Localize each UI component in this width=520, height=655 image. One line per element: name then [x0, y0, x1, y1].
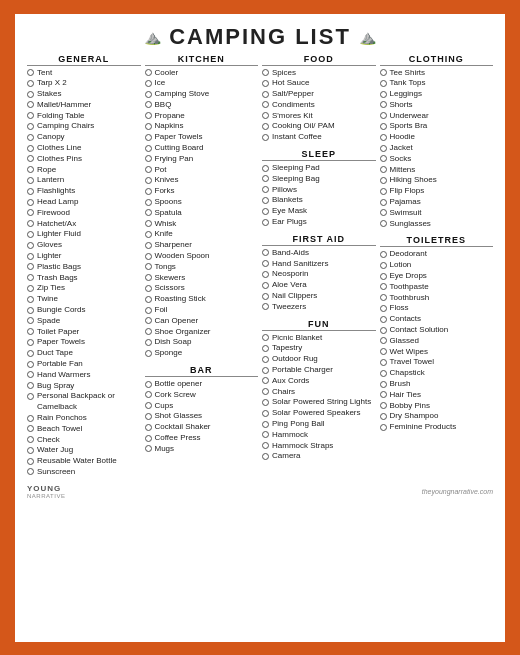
checkbox-circle[interactable]: [27, 199, 34, 206]
checkbox-circle[interactable]: [27, 101, 34, 108]
checkbox-circle[interactable]: [145, 445, 152, 452]
checkbox-circle[interactable]: [27, 91, 34, 98]
checkbox-circle[interactable]: [145, 307, 152, 314]
checkbox-circle[interactable]: [145, 209, 152, 216]
checkbox-circle[interactable]: [145, 413, 152, 420]
checkbox-circle[interactable]: [145, 296, 152, 303]
checkbox-circle[interactable]: [380, 101, 387, 108]
checkbox-circle[interactable]: [380, 316, 387, 323]
checkbox-circle[interactable]: [27, 166, 34, 173]
checkbox-circle[interactable]: [27, 253, 34, 260]
checkbox-circle[interactable]: [380, 145, 387, 152]
checkbox-circle[interactable]: [145, 317, 152, 324]
checkbox-circle[interactable]: [262, 334, 269, 341]
checkbox-circle[interactable]: [27, 393, 34, 400]
checkbox-circle[interactable]: [145, 285, 152, 292]
checkbox-circle[interactable]: [380, 283, 387, 290]
checkbox-circle[interactable]: [27, 296, 34, 303]
checkbox-circle[interactable]: [262, 453, 269, 460]
checkbox-circle[interactable]: [262, 80, 269, 87]
checkbox-circle[interactable]: [145, 402, 152, 409]
checkbox-circle[interactable]: [145, 274, 152, 281]
checkbox-circle[interactable]: [262, 271, 269, 278]
checkbox-circle[interactable]: [262, 186, 269, 193]
checkbox-circle[interactable]: [27, 307, 34, 314]
checkbox-circle[interactable]: [145, 328, 152, 335]
checkbox-circle[interactable]: [380, 155, 387, 162]
checkbox-circle[interactable]: [27, 317, 34, 324]
checkbox-circle[interactable]: [380, 134, 387, 141]
checkbox-circle[interactable]: [27, 209, 34, 216]
checkbox-circle[interactable]: [145, 80, 152, 87]
checkbox-circle[interactable]: [27, 220, 34, 227]
checkbox-circle[interactable]: [27, 69, 34, 76]
checkbox-circle[interactable]: [262, 421, 269, 428]
checkbox-circle[interactable]: [380, 413, 387, 420]
checkbox-circle[interactable]: [262, 219, 269, 226]
checkbox-circle[interactable]: [27, 177, 34, 184]
checkbox-circle[interactable]: [262, 175, 269, 182]
checkbox-circle[interactable]: [380, 251, 387, 258]
checkbox-circle[interactable]: [262, 442, 269, 449]
checkbox-circle[interactable]: [380, 424, 387, 431]
checkbox-circle[interactable]: [145, 253, 152, 260]
checkbox-circle[interactable]: [380, 273, 387, 280]
checkbox-circle[interactable]: [380, 199, 387, 206]
checkbox-circle[interactable]: [27, 145, 34, 152]
checkbox-circle[interactable]: [27, 361, 34, 368]
checkbox-circle[interactable]: [262, 377, 269, 384]
checkbox-circle[interactable]: [262, 388, 269, 395]
checkbox-circle[interactable]: [262, 345, 269, 352]
checkbox-circle[interactable]: [145, 435, 152, 442]
checkbox-circle[interactable]: [27, 274, 34, 281]
checkbox-circle[interactable]: [262, 367, 269, 374]
checkbox-circle[interactable]: [262, 293, 269, 300]
checkbox-circle[interactable]: [380, 327, 387, 334]
checkbox-circle[interactable]: [145, 424, 152, 431]
checkbox-circle[interactable]: [145, 101, 152, 108]
checkbox-circle[interactable]: [380, 294, 387, 301]
checkbox-circle[interactable]: [262, 134, 269, 141]
checkbox-circle[interactable]: [262, 399, 269, 406]
checkbox-circle[interactable]: [380, 188, 387, 195]
checkbox-circle[interactable]: [380, 209, 387, 216]
checkbox-circle[interactable]: [145, 339, 152, 346]
checkbox-circle[interactable]: [380, 220, 387, 227]
checkbox-circle[interactable]: [262, 91, 269, 98]
checkbox-circle[interactable]: [27, 425, 34, 432]
checkbox-circle[interactable]: [145, 166, 152, 173]
checkbox-circle[interactable]: [380, 177, 387, 184]
checkbox-circle[interactable]: [380, 166, 387, 173]
checkbox-circle[interactable]: [27, 458, 34, 465]
checkbox-circle[interactable]: [262, 431, 269, 438]
checkbox-circle[interactable]: [27, 436, 34, 443]
checkbox-circle[interactable]: [380, 112, 387, 119]
checkbox-circle[interactable]: [380, 123, 387, 130]
checkbox-circle[interactable]: [145, 69, 152, 76]
checkbox-circle[interactable]: [380, 262, 387, 269]
checkbox-circle[interactable]: [145, 220, 152, 227]
checkbox-circle[interactable]: [262, 249, 269, 256]
checkbox-circle[interactable]: [380, 80, 387, 87]
checkbox-circle[interactable]: [27, 339, 34, 346]
checkbox-circle[interactable]: [145, 112, 152, 119]
checkbox-circle[interactable]: [27, 382, 34, 389]
checkbox-circle[interactable]: [262, 165, 269, 172]
checkbox-circle[interactable]: [380, 348, 387, 355]
checkbox-circle[interactable]: [27, 231, 34, 238]
checkbox-circle[interactable]: [145, 231, 152, 238]
checkbox-circle[interactable]: [380, 305, 387, 312]
checkbox-circle[interactable]: [145, 350, 152, 357]
checkbox-circle[interactable]: [27, 468, 34, 475]
checkbox-circle[interactable]: [27, 242, 34, 249]
checkbox-circle[interactable]: [145, 91, 152, 98]
checkbox-circle[interactable]: [262, 356, 269, 363]
checkbox-circle[interactable]: [27, 447, 34, 454]
checkbox-circle[interactable]: [27, 285, 34, 292]
checkbox-circle[interactable]: [262, 260, 269, 267]
checkbox-circle[interactable]: [262, 101, 269, 108]
checkbox-circle[interactable]: [380, 381, 387, 388]
checkbox-circle[interactable]: [27, 112, 34, 119]
checkbox-circle[interactable]: [145, 155, 152, 162]
checkbox-circle[interactable]: [145, 177, 152, 184]
